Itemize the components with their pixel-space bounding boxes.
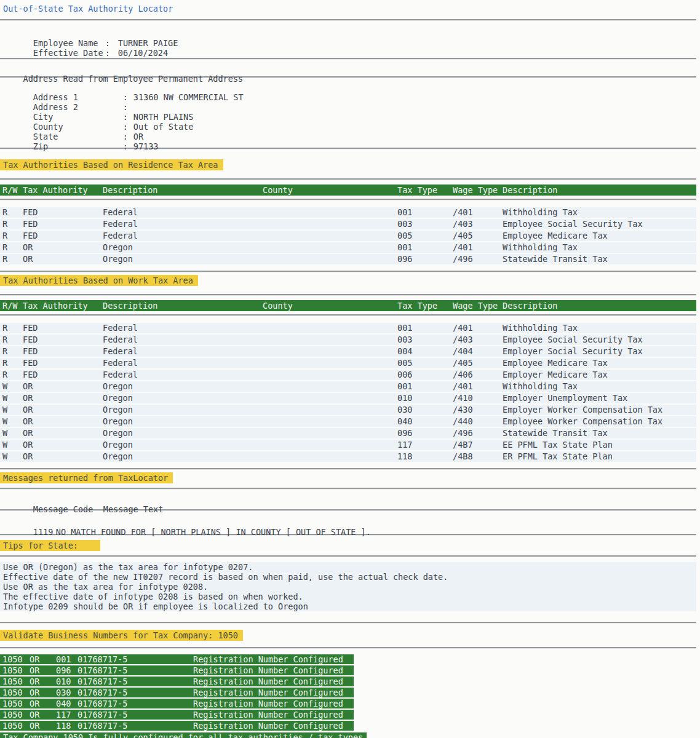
cell: W (2, 405, 23, 415)
employee-info-section: Employee Name:TURNER PAIGE Effective Dat… (0, 28, 700, 48)
column-header: Description (503, 300, 696, 311)
cell: R (2, 242, 23, 253)
cell: /410 (453, 393, 503, 403)
cell: Registration Number Configured (193, 688, 354, 697)
cell: Oregon (103, 393, 263, 403)
divider (0, 294, 696, 296)
cell: OR (23, 451, 103, 462)
cell: Employee Social Security Tax (503, 219, 696, 229)
cell: W (2, 428, 23, 438)
cell: FED (23, 358, 103, 368)
cell: FED (23, 231, 103, 241)
cell: OR (30, 654, 56, 664)
cell: 001 (397, 242, 453, 253)
cell: 118 (56, 721, 78, 731)
tax-table-row: WOROregon040/440Employee Worker Compensa… (0, 416, 696, 427)
cell: OR (23, 405, 103, 415)
cell: W (2, 440, 23, 450)
cell: Statewide Transit Tax (503, 428, 696, 438)
separator: : (105, 48, 118, 58)
cell: 096 (397, 428, 453, 438)
column-header: Description (503, 184, 696, 196)
cell: Oregon (103, 451, 263, 462)
separator: : (123, 141, 133, 151)
cell (263, 231, 397, 241)
cell: Withholding Tax (503, 323, 696, 333)
address-row: County:Out of State (0, 112, 700, 122)
cell: 01768717-5 (78, 710, 193, 720)
zip-label: Zip (33, 141, 123, 151)
message-text-column-header: Message Text (103, 504, 164, 514)
tax-table-row: WOROregon030/430Employer Worker Compensa… (0, 405, 696, 415)
tax-table-row: WOROregon010/410Employer Unemployment Ta… (0, 393, 696, 403)
cell: /496 (453, 254, 503, 264)
business-numbers-section: Validate Business Numbers for Tax Compan… (0, 630, 700, 738)
column-header: Tax Authority (23, 184, 103, 196)
tax-table-row: RFEDFederal005/405Employee Medicare Tax (0, 231, 696, 241)
cell: /401 (453, 242, 503, 253)
cell (263, 254, 397, 264)
cell: Federal (103, 207, 263, 218)
column-header: County (263, 184, 397, 196)
cell (263, 207, 397, 218)
divider (0, 622, 696, 624)
cell: FED (23, 207, 103, 218)
cell: FED (23, 323, 103, 333)
cell: OR (23, 440, 103, 450)
tip-line: Use OR as the tax area for infotype 0208… (0, 582, 696, 592)
cell: Registration Number Configured (193, 710, 354, 720)
cell: FED (23, 335, 103, 345)
zip-value: 97133 (133, 141, 159, 151)
cell: 1050 (2, 654, 30, 664)
messages-heading: Messages returned from TaxLocator (0, 472, 173, 483)
cell: 1050 (2, 688, 30, 697)
effective-date-value: 06/10/2024 (118, 48, 168, 58)
tax-table-heading-row: Tax Authorities Based on Residence Tax A… (0, 159, 700, 170)
business-number-row: 1050OR09601768717-5Registration Number C… (0, 665, 354, 675)
divider (0, 314, 696, 316)
cell: 01768717-5 (78, 699, 193, 708)
cell: /406 (453, 370, 503, 380)
cell: 010 (56, 676, 78, 686)
employee-name-row: Employee Name:TURNER PAIGE (0, 28, 700, 38)
tax-table-row: WOROregon117/4B7EE PFML Tax State Plan (0, 440, 696, 450)
cell (263, 335, 397, 345)
cell: Employee Social Security Tax (503, 335, 696, 345)
cell: 01768717-5 (78, 665, 193, 675)
cell: Withholding Tax (503, 381, 696, 392)
cell (263, 219, 397, 229)
divider (0, 555, 696, 557)
tax-table-row: WOROregon118/4B8ER PFML Tax State Plan (0, 451, 696, 462)
tax-table-section: Tax Authorities Based on Residence Tax A… (0, 159, 700, 272)
address-row: Address 2: (0, 92, 700, 102)
cell: OR (23, 416, 103, 427)
business-number-row: 1050OR01001768717-5Registration Number C… (0, 676, 354, 686)
message-code-cell: 1119 (33, 527, 56, 537)
messages-section: Messages returned from TaxLocator Messag… (0, 472, 700, 536)
cell: 01768717-5 (78, 721, 193, 731)
cell: Registration Number Configured (193, 665, 354, 675)
tax-table-row: ROROregon001/401Withholding Tax (0, 242, 696, 253)
cell: 096 (397, 254, 453, 264)
cell: Federal (103, 323, 263, 333)
cell: 096 (56, 665, 78, 675)
address-row: Address 1:31360 NW COMMERCIAL ST (0, 82, 700, 92)
column-header: Description (103, 300, 263, 311)
cell: /401 (453, 207, 503, 218)
column-header: R/W (2, 184, 23, 196)
cell: OR (30, 688, 56, 697)
tax-table-heading: Tax Authorities Based on Residence Tax A… (0, 159, 223, 170)
cell: 118 (397, 451, 453, 462)
divider (0, 271, 696, 272)
business-number-row: 1050OR11801768717-5Registration Number C… (0, 721, 354, 731)
cell: 001 (397, 381, 453, 392)
address-row: Zip:97133 (0, 132, 700, 141)
cell (263, 440, 397, 450)
column-header: R/W (2, 300, 23, 311)
tip-line: Use OR (Oregon) as the tax area for info… (0, 562, 696, 572)
tax-table-row: RFEDFederal004/404Employer Social Securi… (0, 346, 696, 357)
tax-tables-container: Tax Authorities Based on Residence Tax A… (0, 159, 700, 470)
cell: 040 (397, 416, 453, 427)
cell: /404 (453, 346, 503, 357)
cell: OR (23, 381, 103, 392)
